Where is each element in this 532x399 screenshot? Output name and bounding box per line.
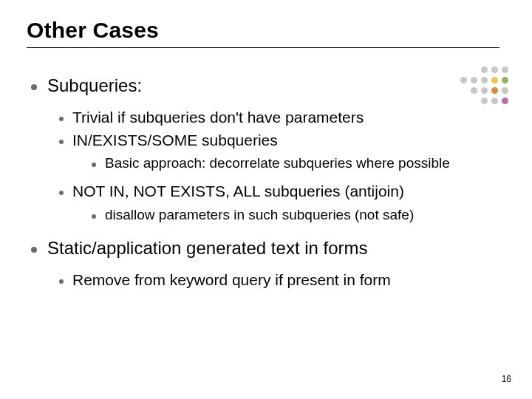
bullet-icon xyxy=(59,140,64,144)
bullet-icon xyxy=(59,279,64,284)
bullet-not-in-antijoin: NOT IN, NOT EXISTS, ALL subqueries (anti… xyxy=(59,182,505,202)
bullet-icon xyxy=(92,163,96,167)
title-underline xyxy=(27,47,499,48)
bullet-disallow-params: disallow parameters in such subqueries (… xyxy=(92,206,505,224)
bullet-decorrelate: Basic approach: decorrelate subqueries w… xyxy=(92,154,505,172)
bullet-text: IN/EXISTS/SOME subqueries xyxy=(72,131,505,151)
bullet-text: NOT IN, NOT EXISTS, ALL subqueries (anti… xyxy=(72,182,505,202)
bullet-icon xyxy=(92,214,96,219)
bullet-in-exists-some: IN/EXISTS/SOME subqueries xyxy=(59,131,505,151)
bullet-subqueries: Subqueries: xyxy=(31,75,505,98)
bullet-text: Subqueries: xyxy=(47,75,505,98)
bullet-icon xyxy=(59,117,64,121)
bullet-icon xyxy=(31,247,37,253)
bullet-text: disallow parameters in such subqueries (… xyxy=(105,206,505,224)
bullet-icon xyxy=(59,191,64,195)
bullet-text: Remove from keyword query if present in … xyxy=(72,270,505,290)
decorative-dot-grid xyxy=(460,66,510,106)
bullet-icon xyxy=(31,84,37,90)
bullet-text: Basic approach: decorrelate subqueries w… xyxy=(105,154,505,172)
slide-title: Other Cases xyxy=(27,18,505,43)
slide-number: 16 xyxy=(502,374,511,384)
bullet-trivial: Trivial if subqueries don't have paramet… xyxy=(59,108,505,128)
slide: Other Cases Subqueries: Trivial if subqu… xyxy=(0,0,532,399)
bullet-text: Trivial if subqueries don't have paramet… xyxy=(72,108,505,128)
bullet-remove-keyword: Remove from keyword query if present in … xyxy=(59,270,505,290)
bullet-text: Static/application generated text in for… xyxy=(47,237,505,260)
bullet-static-text: Static/application generated text in for… xyxy=(31,237,505,260)
